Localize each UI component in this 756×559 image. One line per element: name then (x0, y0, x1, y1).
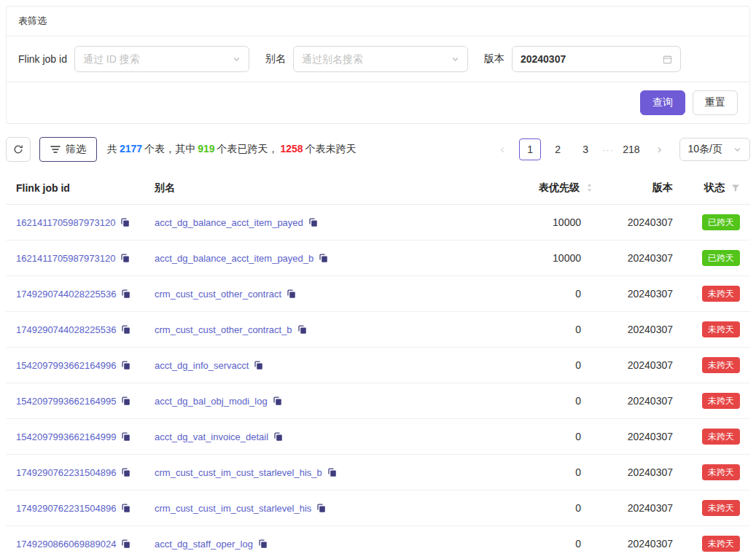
job-id-link[interactable]: 1749290866069889024 (16, 539, 116, 550)
alias-link[interactable]: acct_dg_vat_invoice_detail (155, 431, 268, 442)
alias-link[interactable]: acct_dg_balance_acct_item_payed_b (155, 253, 313, 264)
alias-link[interactable]: crm_cust_cust_other_contract_b (155, 324, 292, 335)
version-cell: 20240307 (603, 348, 683, 383)
alias-select[interactable] (293, 46, 468, 72)
priority-cell: 0 (501, 526, 603, 559)
prev-page-button[interactable]: ‹ (491, 138, 513, 160)
query-button[interactable]: 查询 (640, 90, 685, 115)
job-id-link[interactable]: 1749290744028225536 (16, 324, 116, 335)
status-badge: 未跨天 (702, 393, 740, 409)
copy-icon[interactable] (308, 218, 318, 227)
filter-funnel-icon[interactable] (731, 184, 740, 192)
copy-icon[interactable] (121, 504, 130, 513)
pagination-ellipsis[interactable]: ··· (602, 144, 614, 155)
alias-link[interactable]: acct_dg_balance_acct_item_payed (155, 217, 303, 228)
version-label: 版本 (484, 52, 504, 66)
summary-crossed-count: 919 (198, 143, 214, 155)
status-badge: 已跨天 (702, 214, 740, 230)
copy-icon[interactable] (121, 289, 130, 299)
copy-icon[interactable] (121, 396, 130, 406)
copy-icon[interactable] (297, 325, 307, 335)
copy-icon[interactable] (258, 539, 268, 549)
page-size-select[interactable]: 10条/页 (679, 138, 750, 161)
copy-icon[interactable] (121, 432, 130, 442)
table-row: 1749290744028225536crm_cust_cust_other_c… (6, 312, 750, 348)
table-row: 1542097993662164995acct_dg_bal_obj_modi_… (6, 383, 750, 419)
summary-part: 共 (107, 143, 117, 155)
copy-icon[interactable] (121, 325, 130, 335)
page-2-button[interactable]: 2 (547, 138, 569, 160)
copy-icon[interactable] (287, 289, 296, 299)
page-218-button[interactable]: 218 (620, 138, 642, 160)
alias-link[interactable]: acct_dg_staff_oper_log (155, 539, 253, 550)
status-badge: 未跨天 (702, 464, 740, 480)
copy-icon[interactable] (273, 396, 282, 406)
alias-input[interactable] (302, 53, 447, 65)
job-id-link[interactable]: 1749290762231504896 (16, 467, 116, 478)
job-id-link[interactable]: 1621411705987973120 (16, 217, 115, 228)
priority-cell: 0 (501, 383, 603, 419)
col-status[interactable]: 状态 (683, 172, 750, 205)
next-page-button[interactable]: › (649, 138, 671, 160)
flink-job-id-input[interactable] (83, 53, 228, 65)
alias-link[interactable]: acct_dg_info_servacct (155, 360, 249, 371)
col-priority-label: 表优先级 (539, 181, 580, 193)
copy-icon[interactable] (121, 539, 130, 549)
version-cell: 20240307 (603, 205, 683, 241)
chevron-down-icon (233, 55, 241, 63)
summary-part: 个表，其中 (144, 143, 195, 155)
job-id-link[interactable]: 1749290744028225536 (16, 289, 116, 300)
copy-icon[interactable] (327, 468, 337, 477)
alias-link[interactable]: crm_cust_cust_im_cust_starlevel_his_b (155, 467, 322, 478)
summary-uncrossed-count: 1258 (281, 143, 303, 155)
job-id-link[interactable]: 1542097993662164995 (16, 396, 116, 407)
priority-cell: 0 (501, 312, 603, 348)
version-date-input[interactable] (521, 53, 658, 65)
copy-icon[interactable] (273, 432, 283, 442)
copy-icon[interactable] (120, 254, 130, 263)
col-alias: 别名 (144, 172, 501, 205)
status-badge: 未跨天 (702, 429, 740, 445)
copy-icon[interactable] (316, 504, 326, 513)
filter-toggle-button[interactable]: 筛选 (39, 137, 97, 162)
copy-icon[interactable] (120, 218, 130, 227)
version-cell: 20240307 (603, 455, 683, 490)
job-id-link[interactable]: 1542097993662164999 (16, 431, 116, 442)
table-row: 1749290866069889024acct_dg_staff_oper_lo… (6, 526, 750, 559)
version-cell: 20240307 (603, 241, 683, 276)
priority-cell: 0 (501, 419, 603, 455)
alias-link[interactable]: acct_dg_bal_obj_modi_log (155, 396, 268, 407)
version-date-picker[interactable] (512, 46, 681, 72)
col-priority[interactable]: 表优先级 (501, 172, 603, 205)
field-alias: 别名 (265, 46, 468, 72)
toolbar: 筛选 共2177个表，其中919个表已跨天，1258个表未跨天 ‹ 1 2 3 … (6, 137, 750, 162)
reset-button[interactable]: 重置 (693, 90, 738, 115)
col-version: 版本 (603, 172, 683, 205)
page-3-button[interactable]: 3 (574, 138, 596, 160)
job-id-link[interactable]: 1621411705987973120 (16, 253, 115, 264)
version-cell: 20240307 (603, 490, 683, 526)
col-status-label: 状态 (704, 181, 725, 193)
copy-icon[interactable] (319, 254, 328, 263)
status-badge: 未跨天 (702, 357, 740, 373)
status-badge: 已跨天 (702, 250, 740, 266)
job-id-link[interactable]: 1542097993662164996 (16, 360, 116, 371)
summary-text: 共2177个表，其中919个表已跨天，1258个表未跨天 (107, 143, 356, 156)
copy-icon[interactable] (121, 361, 130, 370)
copy-icon[interactable] (254, 361, 263, 370)
priority-cell: 0 (501, 276, 603, 312)
col-flink-job-id: Flink job id (6, 172, 144, 205)
page-1-button[interactable]: 1 (519, 138, 541, 160)
status-badge: 未跨天 (702, 321, 740, 337)
refresh-button[interactable] (6, 137, 31, 162)
version-cell: 20240307 (603, 526, 683, 559)
filter-lines-icon (50, 145, 61, 154)
flink-job-id-select[interactable] (74, 46, 249, 72)
alias-link[interactable]: crm_cust_cust_other_contract (155, 289, 281, 300)
copy-icon[interactable] (121, 468, 130, 477)
chevron-down-icon (733, 146, 741, 154)
table-row: 1542097993662164996acct_dg_info_servacct… (6, 348, 750, 383)
alias-link[interactable]: crm_cust_cust_im_cust_starlevel_his (155, 503, 311, 514)
job-id-link[interactable]: 1749290762231504896 (16, 503, 116, 514)
version-cell: 20240307 (603, 312, 683, 348)
